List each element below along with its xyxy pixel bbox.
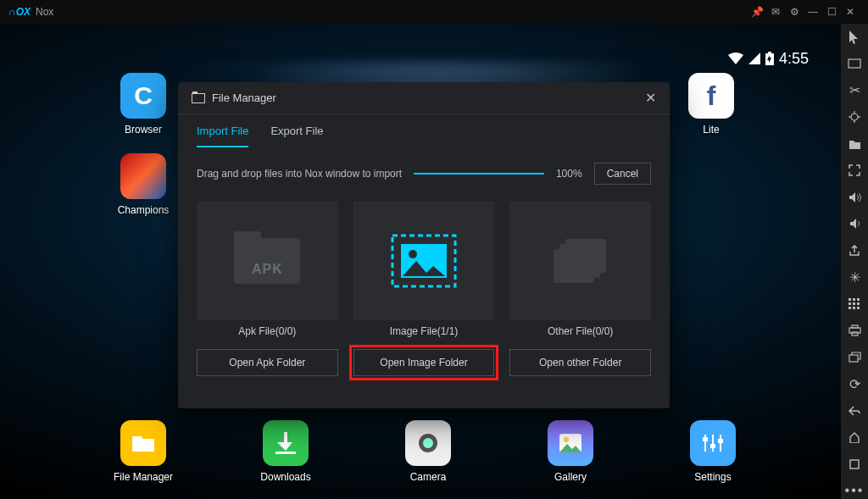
- minimize-button[interactable]: —: [804, 6, 822, 18]
- app-champions[interactable]: Champions: [105, 153, 181, 216]
- app-label: File Manager: [114, 471, 173, 483]
- keyboard-icon[interactable]: [846, 56, 863, 73]
- other-card[interactable]: [509, 202, 651, 320]
- folder-icon: [192, 93, 205, 103]
- svg-rect-34: [850, 460, 859, 469]
- volume-down-icon[interactable]: [846, 216, 863, 233]
- app-filemanager[interactable]: File Manager: [105, 420, 181, 483]
- image-icon: [391, 234, 457, 288]
- drop-hint: Drag and drop files into Nox window to i…: [197, 168, 402, 180]
- tab-export[interactable]: Export File: [270, 118, 323, 147]
- app-label: Lite: [703, 124, 719, 136]
- folder-icon[interactable]: [846, 136, 863, 152]
- location-icon[interactable]: [846, 109, 863, 126]
- image-card-label: Image File(1/1): [353, 320, 495, 337]
- svg-rect-22: [853, 298, 855, 301]
- apps-icon[interactable]: [846, 296, 863, 313]
- svg-point-6: [564, 437, 569, 442]
- loading-icon[interactable]: ✳: [846, 269, 863, 286]
- battery-icon: [765, 52, 774, 65]
- other-card-label: Other File(0/0): [509, 320, 651, 337]
- app-title: Nox: [36, 6, 53, 18]
- image-card[interactable]: [353, 202, 495, 320]
- app-label: Champions: [118, 204, 170, 216]
- svg-rect-23: [857, 298, 860, 301]
- open-other-folder-button[interactable]: Open other Folder: [509, 349, 651, 376]
- tab-import[interactable]: Import File: [197, 118, 248, 147]
- svg-rect-31: [852, 325, 858, 328]
- open-image-folder-button[interactable]: Open Image Folder: [353, 349, 495, 376]
- side-toolbar: ✂ ✳ ⟳ •••: [841, 24, 868, 499]
- app-label: Gallery: [554, 471, 587, 483]
- svg-rect-33: [849, 355, 858, 362]
- app-lite[interactable]: f Lite: [673, 73, 749, 136]
- svg-rect-24: [849, 302, 851, 305]
- open-apk-folder-button[interactable]: Open Apk Folder: [197, 349, 338, 376]
- modal-close-button[interactable]: ✕: [645, 90, 656, 106]
- close-button[interactable]: ✕: [841, 6, 860, 18]
- modal-title: File Manager: [212, 91, 276, 104]
- svg-rect-13: [849, 59, 860, 68]
- more-icon[interactable]: •••: [846, 483, 863, 500]
- svg-rect-2: [275, 452, 296, 454]
- app-settings[interactable]: Settings: [675, 420, 751, 483]
- apk-card[interactable]: APK: [197, 202, 338, 320]
- svg-point-4: [423, 438, 433, 448]
- mail-icon[interactable]: ✉: [766, 6, 785, 18]
- signal-icon: [748, 53, 760, 64]
- wifi-icon: [728, 53, 743, 64]
- apk-folder-icon: APK: [234, 238, 300, 284]
- svg-rect-21: [849, 298, 851, 301]
- app-downloads[interactable]: Downloads: [248, 420, 324, 483]
- nox-logo: ∩OX: [8, 6, 31, 18]
- fullscreen-icon[interactable]: [846, 163, 863, 180]
- layers-icon[interactable]: [846, 349, 863, 366]
- app-camera[interactable]: Camera: [390, 420, 466, 483]
- app-gallery[interactable]: Gallery: [532, 420, 609, 483]
- app-browser[interactable]: C Browser: [105, 73, 181, 136]
- svg-rect-28: [853, 307, 855, 309]
- svg-rect-27: [849, 307, 851, 309]
- cursor-icon[interactable]: [846, 29, 863, 46]
- svg-rect-12: [718, 439, 723, 443]
- stack-icon: [554, 239, 608, 283]
- pin-icon[interactable]: 📌: [748, 6, 766, 18]
- scissors-icon[interactable]: ✂: [846, 82, 863, 99]
- apk-card-label: Apk File(0/0): [197, 320, 338, 337]
- share-icon[interactable]: [846, 242, 863, 259]
- back-icon[interactable]: [846, 402, 863, 419]
- home-icon[interactable]: [846, 430, 863, 446]
- volume-up-icon[interactable]: [846, 189, 863, 206]
- gear-icon[interactable]: ⚙: [785, 6, 804, 18]
- app-label: Camera: [410, 471, 447, 483]
- recent-icon[interactable]: [846, 456, 863, 473]
- modal-header: File Manager ✕: [178, 82, 670, 114]
- modal-tabs: Import File Export File: [178, 114, 670, 147]
- svg-rect-29: [857, 307, 860, 309]
- cancel-button[interactable]: Cancel: [594, 163, 651, 185]
- drop-row: Drag and drop files into Nox window to i…: [178, 147, 670, 191]
- maximize-button[interactable]: ☐: [822, 6, 841, 18]
- svg-rect-25: [853, 302, 855, 305]
- app-label: Downloads: [260, 471, 310, 483]
- app-label: Settings: [694, 471, 731, 483]
- titlebar: ∩OX Nox 📌 ✉ ⚙ — ☐ ✕: [0, 0, 868, 24]
- android-status-bar: 4:55: [728, 49, 809, 68]
- file-manager-modal: File Manager ✕ Import File Export File D…: [178, 82, 670, 408]
- progress-percent: 100%: [556, 168, 582, 180]
- svg-rect-1: [768, 52, 771, 53]
- clock: 4:55: [779, 50, 809, 68]
- progress-bar: [414, 173, 544, 175]
- svg-rect-10: [703, 437, 708, 441]
- svg-point-16: [851, 114, 858, 120]
- rotate-icon[interactable]: ⟳: [846, 376, 863, 393]
- svg-point-37: [409, 250, 417, 258]
- svg-rect-26: [857, 302, 860, 305]
- svg-rect-11: [710, 444, 715, 448]
- app-label: Browser: [125, 124, 162, 136]
- printer-icon[interactable]: [846, 323, 863, 340]
